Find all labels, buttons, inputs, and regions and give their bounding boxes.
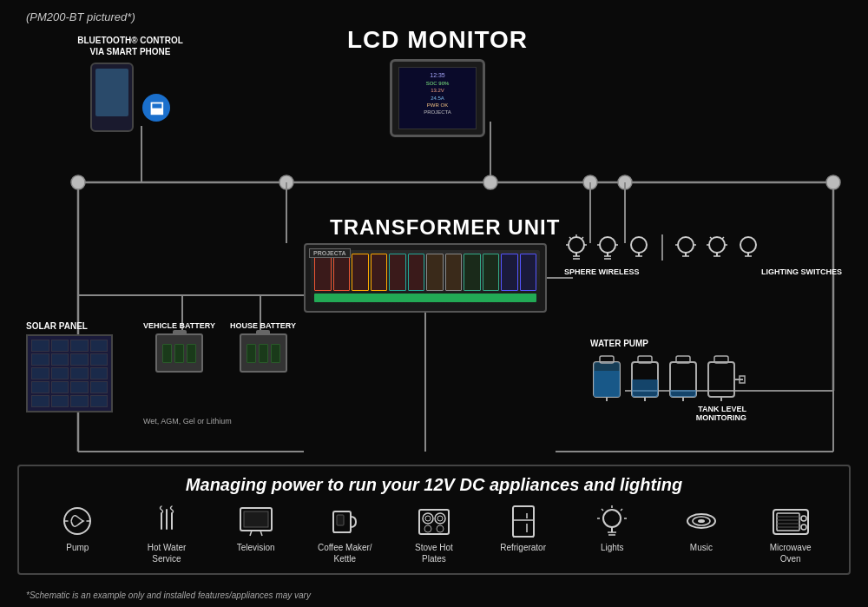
tank-icon-3 xyxy=(667,353,700,401)
svg-point-25 xyxy=(569,237,584,253)
stove-label: Stove HotPlates xyxy=(395,542,473,564)
microwave-label: MicrowaveOven xyxy=(752,542,830,564)
television-label: Television xyxy=(217,542,295,553)
lights-label: Lights xyxy=(573,542,651,553)
svg-rect-64 xyxy=(632,379,658,397)
solar-section: SOLAR PANEL xyxy=(26,321,113,412)
svg-rect-68 xyxy=(670,390,696,397)
house-battery-label: HOUSE BATTERY xyxy=(230,321,296,330)
solar-panel xyxy=(26,334,113,412)
hot-water-icon xyxy=(128,504,206,538)
stove-icon xyxy=(395,504,473,538)
svg-point-93 xyxy=(437,525,444,532)
svg-point-100 xyxy=(603,510,621,527)
bluetooth-symbol-icon: ⬓ xyxy=(142,94,170,122)
svg-point-119 xyxy=(801,525,806,530)
lcd-monitor: 12:35 SOC 90% 13.2V 24.5A PWR OK PROJECT… xyxy=(390,59,485,137)
appliance-television: Television xyxy=(217,504,295,553)
appliances-row: Pump Hot WaterService Television xyxy=(36,504,832,564)
svg-point-20 xyxy=(618,175,632,189)
svg-rect-113 xyxy=(777,513,799,531)
television-icon xyxy=(217,504,295,538)
sphere-light-icon-2 xyxy=(595,234,620,261)
svg-point-118 xyxy=(801,516,806,521)
water-pump-section: WATER PUMP xyxy=(590,339,746,422)
lights-icon xyxy=(573,504,651,538)
svg-line-54 xyxy=(722,237,724,239)
tank-icon-1 xyxy=(590,353,623,401)
svg-point-111 xyxy=(698,519,705,523)
bluetooth-section: BLUETOOTH® CONTROL VIA SMART PHONE ⬓ xyxy=(61,35,200,132)
hot-water-label: Hot WaterService xyxy=(128,542,206,564)
tank-icons xyxy=(590,353,746,401)
diagram-container: (PM200-BT pictured*) BLUETOOTH® CONTROL … xyxy=(0,0,868,607)
svg-line-32 xyxy=(582,237,583,239)
svg-point-48 xyxy=(709,237,725,253)
svg-rect-71 xyxy=(708,362,734,397)
managing-section: Managing power to run your 12V DC applia… xyxy=(0,465,868,575)
tank-level-monitoring-label: TANK LEVELMONITORING xyxy=(590,405,746,422)
tank-icon-2 xyxy=(628,353,661,401)
transformer-unit: PROJECTA xyxy=(304,243,547,313)
svg-point-17 xyxy=(279,175,293,189)
sphere-light-icon-3 xyxy=(627,234,651,261)
sphere-light-icon-1 xyxy=(564,234,589,261)
coffee-icon xyxy=(306,504,384,538)
appliance-hot-water: Hot WaterService xyxy=(128,504,206,564)
sphere-label: SPHERE WIRELESS xyxy=(564,267,640,276)
bottom-note: *Schematic is an example only and instal… xyxy=(26,591,311,600)
appliance-coffee: Coffee Maker/Kettle xyxy=(306,504,384,564)
managing-border: Managing power to run your 12V DC applia… xyxy=(17,465,851,575)
svg-line-31 xyxy=(569,237,571,239)
svg-point-19 xyxy=(583,175,597,189)
appliance-music: Music xyxy=(662,504,740,553)
svg-rect-81 xyxy=(244,511,268,527)
sphere-light-icon-5 xyxy=(705,234,729,261)
svg-point-18 xyxy=(483,175,497,189)
appliance-pump: Pump xyxy=(38,504,116,553)
appliance-lights: Lights xyxy=(573,504,651,553)
pump-icon xyxy=(38,504,116,538)
svg-point-91 xyxy=(437,516,443,521)
refrigerator-label: Refrigerator xyxy=(484,542,562,553)
svg-rect-94 xyxy=(513,506,534,537)
music-label: Music xyxy=(662,542,740,553)
solar-label: SOLAR PANEL xyxy=(26,321,113,331)
bluetooth-label: BLUETOOTH® CONTROL VIA SMART PHONE xyxy=(61,35,200,57)
svg-rect-60 xyxy=(594,371,620,397)
svg-point-89 xyxy=(425,516,431,521)
svg-point-16 xyxy=(71,175,85,189)
svg-line-105 xyxy=(602,509,603,511)
house-battery-section: HOUSE BATTERY xyxy=(230,321,296,373)
tank-icon-4 xyxy=(705,353,746,401)
lcd-screen: 12:35 SOC 90% 13.2V 24.5A PWR OK PROJECT… xyxy=(398,67,477,129)
svg-line-106 xyxy=(621,509,622,511)
vehicle-battery-icon xyxy=(155,333,203,373)
lcd-label: LCD MONITOR xyxy=(347,26,528,54)
water-pump-label: WATER PUMP xyxy=(590,339,746,348)
lighting-switches-label: LIGHTING SWITCHES xyxy=(761,267,842,276)
lcd-section: LCD MONITOR 12:35 SOC 90% 13.2V 24.5A PW… xyxy=(347,26,528,137)
sphere-light-icon-4 xyxy=(674,234,698,261)
svg-point-88 xyxy=(423,513,433,524)
svg-point-55 xyxy=(740,237,756,253)
house-battery-icon xyxy=(240,333,287,373)
sphere-light-icon-6 xyxy=(736,234,760,261)
vehicle-battery-label: VEHICLE BATTERY xyxy=(143,321,215,330)
svg-line-53 xyxy=(710,237,712,239)
sphere-section: SPHERE WIRELESS LIGHTING SWITCHES xyxy=(564,234,842,276)
svg-point-90 xyxy=(435,513,445,524)
phone-screen xyxy=(95,69,128,116)
microwave-icon xyxy=(752,504,830,538)
wet-agm-label: Wet, AGM, Gel or Lithium xyxy=(143,417,232,426)
svg-point-40 xyxy=(631,237,647,253)
svg-point-34 xyxy=(600,237,615,253)
svg-point-21 xyxy=(826,175,840,189)
coffee-label: Coffee Maker/Kettle xyxy=(306,542,384,564)
appliance-microwave: MicrowaveOven xyxy=(752,504,830,564)
music-icon xyxy=(662,504,740,538)
transformer-label: TRANSFORMER UNIT xyxy=(330,215,560,240)
svg-rect-86 xyxy=(337,515,344,525)
managing-title: Managing power to run your 12V DC applia… xyxy=(36,475,832,495)
appliance-refrigerator: Refrigerator xyxy=(484,504,562,553)
